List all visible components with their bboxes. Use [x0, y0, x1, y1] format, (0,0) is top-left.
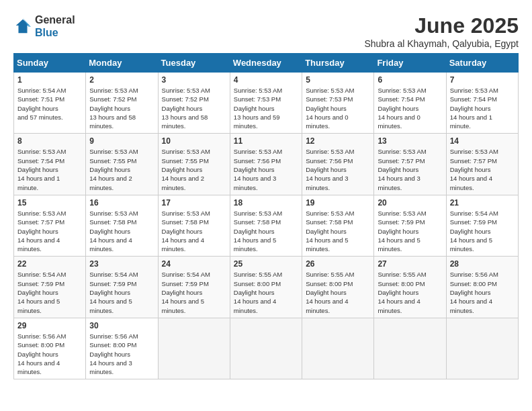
calendar-day-12: 12Sunrise: 5:53 AMSunset: 7:56 PMDayligh…: [302, 134, 374, 195]
calendar-day-15: 15Sunrise: 5:53 AMSunset: 7:57 PMDayligh…: [14, 195, 86, 256]
day-header-monday: Monday: [86, 54, 158, 73]
calendar-week-1: 1Sunrise: 5:54 AMSunset: 7:51 PMDaylight…: [14, 73, 519, 134]
calendar-day-5: 5Sunrise: 5:53 AMSunset: 7:53 PMDaylight…: [302, 73, 374, 134]
calendar-day-30: 30Sunrise: 5:56 AMSunset: 8:00 PMDayligh…: [86, 318, 158, 379]
calendar-day-empty: [302, 318, 374, 379]
calendar-day-11: 11Sunrise: 5:53 AMSunset: 7:56 PMDayligh…: [230, 134, 302, 195]
calendar-day-1: 1Sunrise: 5:54 AMSunset: 7:51 PMDaylight…: [14, 73, 86, 134]
calendar-day-19: 19Sunrise: 5:53 AMSunset: 7:58 PMDayligh…: [302, 195, 374, 256]
calendar-day-28: 28Sunrise: 5:56 AMSunset: 8:00 PMDayligh…: [446, 257, 518, 318]
calendar-week-4: 22Sunrise: 5:54 AMSunset: 7:59 PMDayligh…: [14, 257, 519, 318]
logo-text: General Blue: [35, 13, 75, 39]
location: Shubra al Khaymah, Qalyubia, Egypt: [364, 38, 519, 49]
logo-general: General: [35, 13, 75, 26]
calendar-day-18: 18Sunrise: 5:53 AMSunset: 7:58 PMDayligh…: [230, 195, 302, 256]
calendar-day-empty: [374, 318, 446, 379]
svg-marker-0: [16, 19, 30, 34]
calendar-week-2: 8Sunrise: 5:53 AMSunset: 7:54 PMDaylight…: [14, 134, 519, 195]
title-block: June 2025 Shubra al Khaymah, Qalyubia, E…: [364, 13, 519, 49]
calendar-day-17: 17Sunrise: 5:53 AMSunset: 7:58 PMDayligh…: [158, 195, 230, 256]
calendar-day-10: 10Sunrise: 5:53 AMSunset: 7:55 PMDayligh…: [158, 134, 230, 195]
calendar-day-empty: [158, 318, 230, 379]
day-header-sunday: Sunday: [14, 54, 86, 73]
calendar-day-23: 23Sunrise: 5:54 AMSunset: 7:59 PMDayligh…: [86, 257, 158, 318]
calendar-day-25: 25Sunrise: 5:55 AMSunset: 8:00 PMDayligh…: [230, 257, 302, 318]
calendar-day-16: 16Sunrise: 5:53 AMSunset: 7:58 PMDayligh…: [86, 195, 158, 256]
logo: General Blue: [13, 13, 75, 39]
calendar-week-5: 29Sunrise: 5:56 AMSunset: 8:00 PMDayligh…: [14, 318, 519, 379]
calendar-day-3: 3Sunrise: 5:53 AMSunset: 7:52 PMDaylight…: [158, 73, 230, 134]
day-header-tuesday: Tuesday: [158, 54, 230, 73]
day-header-friday: Friday: [374, 54, 446, 73]
day-header-thursday: Thursday: [302, 54, 374, 73]
calendar-day-29: 29Sunrise: 5:56 AMSunset: 8:00 PMDayligh…: [14, 318, 86, 379]
page-header: General Blue June 2025 Shubra al Khaymah…: [13, 13, 519, 49]
calendar-day-4: 4Sunrise: 5:53 AMSunset: 7:53 PMDaylight…: [230, 73, 302, 134]
calendar-day-7: 7Sunrise: 5:53 AMSunset: 7:54 PMDaylight…: [446, 73, 518, 134]
calendar-week-3: 15Sunrise: 5:53 AMSunset: 7:57 PMDayligh…: [14, 195, 519, 256]
calendar-day-empty: [446, 318, 518, 379]
logo-icon: [13, 17, 32, 36]
calendar-day-26: 26Sunrise: 5:55 AMSunset: 8:00 PMDayligh…: [302, 257, 374, 318]
calendar-header-row: SundayMondayTuesdayWednesdayThursdayFrid…: [14, 54, 519, 73]
calendar-day-27: 27Sunrise: 5:55 AMSunset: 8:00 PMDayligh…: [374, 257, 446, 318]
day-header-saturday: Saturday: [446, 54, 518, 73]
calendar-day-2: 2Sunrise: 5:53 AMSunset: 7:52 PMDaylight…: [86, 73, 158, 134]
calendar-day-9: 9Sunrise: 5:53 AMSunset: 7:55 PMDaylight…: [86, 134, 158, 195]
month-title: June 2025: [364, 13, 519, 38]
calendar-day-24: 24Sunrise: 5:54 AMSunset: 7:59 PMDayligh…: [158, 257, 230, 318]
calendar-day-6: 6Sunrise: 5:53 AMSunset: 7:54 PMDaylight…: [374, 73, 446, 134]
calendar-day-20: 20Sunrise: 5:53 AMSunset: 7:59 PMDayligh…: [374, 195, 446, 256]
day-header-wednesday: Wednesday: [230, 54, 302, 73]
logo-blue: Blue: [35, 26, 75, 39]
calendar-table: SundayMondayTuesdayWednesdayThursdayFrid…: [13, 53, 519, 379]
calendar-day-21: 21Sunrise: 5:54 AMSunset: 7:59 PMDayligh…: [446, 195, 518, 256]
calendar-day-22: 22Sunrise: 5:54 AMSunset: 7:59 PMDayligh…: [14, 257, 86, 318]
calendar-day-8: 8Sunrise: 5:53 AMSunset: 7:54 PMDaylight…: [14, 134, 86, 195]
calendar-day-empty: [230, 318, 302, 379]
calendar-day-13: 13Sunrise: 5:53 AMSunset: 7:57 PMDayligh…: [374, 134, 446, 195]
calendar-day-14: 14Sunrise: 5:53 AMSunset: 7:57 PMDayligh…: [446, 134, 518, 195]
